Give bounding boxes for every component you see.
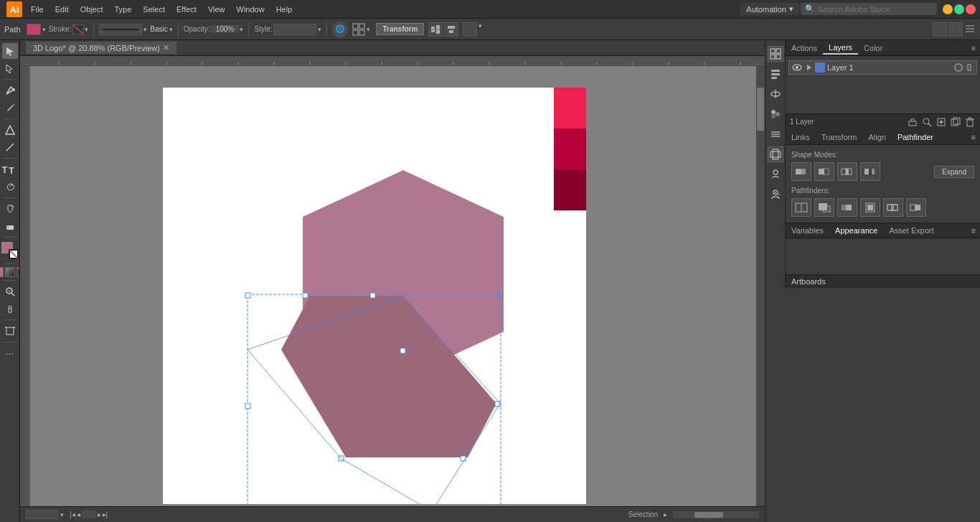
fill-color-swatch[interactable] xyxy=(27,24,41,35)
make-comp-btn[interactable] xyxy=(907,116,918,128)
menu-effect[interactable]: Effect xyxy=(171,4,202,15)
status-arrow[interactable]: ▸ xyxy=(664,511,667,518)
vertical-scrollbar[interactable] xyxy=(756,66,765,506)
stroke-line-selector[interactable] xyxy=(99,24,142,35)
handle-ml[interactable] xyxy=(245,404,250,409)
arrange-btn-1[interactable] xyxy=(933,22,947,37)
pen-tool[interactable] xyxy=(2,83,18,98)
page-prev[interactable]: ◂ xyxy=(77,511,80,518)
subtab-transform[interactable]: Transform xyxy=(816,131,863,143)
hand-tool[interactable] xyxy=(2,301,18,317)
tab-actions[interactable]: Actions xyxy=(786,42,823,54)
subtab-align[interactable]: Align xyxy=(862,131,891,143)
menu-select[interactable]: Select xyxy=(138,4,170,15)
canvas-content[interactable] xyxy=(30,66,756,506)
zoom-tool[interactable]: + xyxy=(2,284,18,299)
btab-asset-export[interactable]: Asset Export xyxy=(883,225,939,236)
unite-btn[interactable] xyxy=(791,162,811,181)
more-tools-btn[interactable]: ··· xyxy=(2,345,18,361)
page-last[interactable]: ▸| xyxy=(103,511,108,518)
outline-btn[interactable] xyxy=(883,198,903,217)
page-number[interactable]: 1 xyxy=(82,511,96,518)
handle-mm[interactable] xyxy=(400,348,405,353)
menu-file[interactable]: File xyxy=(26,4,49,15)
close-button[interactable] xyxy=(966,4,976,14)
subtab-menu-btn[interactable]: ≡ xyxy=(967,131,980,143)
layer-target-btn[interactable] xyxy=(954,63,963,72)
scroll-thumb-v[interactable] xyxy=(757,88,764,131)
search-layers-btn[interactable] xyxy=(921,116,933,128)
globe-button[interactable]: 🌐 xyxy=(332,22,348,37)
toolbar-menu-btn[interactable] xyxy=(964,22,976,37)
tab-layers[interactable]: Layers xyxy=(823,42,858,55)
automation-button[interactable]: Automation ▾ xyxy=(740,3,799,15)
page-next[interactable]: ▸ xyxy=(98,511,101,518)
handle-tl[interactable] xyxy=(245,293,250,298)
style-selector[interactable] xyxy=(273,24,316,35)
align-btn-2[interactable] xyxy=(444,22,458,37)
stroke-line-control[interactable]: ▾ xyxy=(99,24,147,35)
minus-front-btn[interactable] xyxy=(814,162,834,181)
grid-view-btn[interactable]: ▾ xyxy=(352,23,370,36)
divide-btn[interactable] xyxy=(791,198,811,217)
btab-variables[interactable]: Variables xyxy=(786,225,829,236)
trim-btn[interactable] xyxy=(814,198,834,217)
eraser-tool[interactable] xyxy=(2,218,18,234)
scroll-thumb-h[interactable] xyxy=(694,512,723,518)
crop-btn[interactable] xyxy=(860,198,880,217)
layer-expand-btn[interactable] xyxy=(804,63,813,72)
panel-icon-6[interactable] xyxy=(768,146,783,162)
delete-layer-btn[interactable] xyxy=(964,116,976,128)
subtab-links[interactable]: Links xyxy=(786,131,816,143)
new-layer-btn[interactable] xyxy=(936,116,947,128)
menu-edit[interactable]: Edit xyxy=(50,4,74,15)
layer-options-btn[interactable] xyxy=(965,63,974,72)
horizontal-scrollbar[interactable] xyxy=(673,511,759,518)
minimize-button[interactable] xyxy=(943,4,953,14)
panel-icon-8[interactable] xyxy=(768,187,783,202)
opacity-input[interactable] xyxy=(210,25,239,33)
btab-menu-btn[interactable]: ≡ xyxy=(967,225,980,236)
direct-selection-tool[interactable] xyxy=(2,60,18,76)
tab-color[interactable]: Color xyxy=(858,42,888,54)
maximize-button[interactable] xyxy=(954,4,964,14)
duplicate-layer-btn[interactable] xyxy=(950,116,961,128)
merge-btn[interactable] xyxy=(837,198,857,217)
stroke-swatch[interactable] xyxy=(72,24,84,34)
paint-bucket-tool[interactable] xyxy=(2,201,18,217)
search-input[interactable] xyxy=(818,5,918,14)
spiral-tool[interactable] xyxy=(2,179,18,195)
fill-mode-btn[interactable] xyxy=(0,267,4,277)
fill-color-control[interactable]: ▾ xyxy=(27,24,46,35)
intersect-btn[interactable] xyxy=(837,162,857,181)
adobe-stock-search[interactable]: 🔍 xyxy=(801,3,937,15)
canvas-tab-close[interactable]: ✕ xyxy=(163,43,169,52)
panel-icon-1[interactable] xyxy=(768,46,783,62)
exclude-btn[interactable] xyxy=(860,162,880,181)
handle-tm[interactable] xyxy=(370,293,375,298)
panel-icon-5[interactable] xyxy=(768,126,783,142)
menu-object[interactable]: Object xyxy=(75,4,108,15)
panel-icon-3[interactable] xyxy=(768,86,783,102)
selection-tool[interactable] xyxy=(2,43,18,59)
style-preset[interactable]: Basic ▾ xyxy=(150,25,172,33)
page-first[interactable]: |◂ xyxy=(70,511,75,518)
transform-button[interactable]: Transform xyxy=(376,23,424,35)
panel-icon-2[interactable] xyxy=(768,66,783,82)
arrange-btn-2[interactable] xyxy=(948,22,963,37)
pencil-tool[interactable] xyxy=(2,100,18,116)
type-tool[interactable]: T T xyxy=(2,162,18,177)
menu-help[interactable]: Help xyxy=(271,4,298,15)
btab-appearance[interactable]: Appearance xyxy=(829,225,883,236)
shape-tool[interactable] xyxy=(2,122,18,138)
line-tool[interactable] xyxy=(2,139,18,155)
panel-menu-btn[interactable]: ≡ xyxy=(967,42,980,54)
handle-bm[interactable] xyxy=(461,456,466,461)
distribute-btn[interactable] xyxy=(463,22,477,37)
handle-mr[interactable] xyxy=(495,401,500,406)
panel-icon-7[interactable] xyxy=(768,167,783,182)
expand-btn[interactable]: Expand xyxy=(934,166,974,178)
gradient-mode-btn[interactable] xyxy=(5,267,15,277)
canvas-tab-item[interactable]: 3D Logo* @ 20.88% (RGB/Preview) ✕ xyxy=(26,42,176,54)
handle-second[interactable] xyxy=(303,293,308,298)
